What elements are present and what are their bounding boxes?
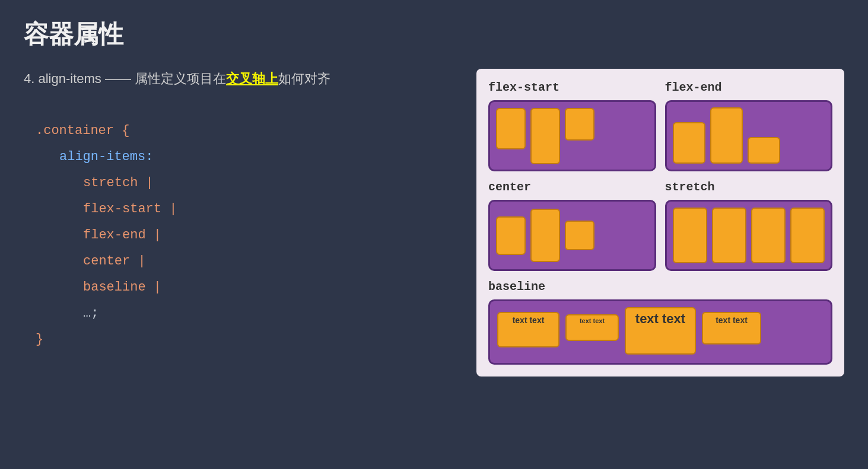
page-title: 容器属性 <box>24 18 844 51</box>
code-property: align-items: <box>59 149 153 164</box>
stretch-item-1 <box>673 208 707 263</box>
code-line-1: .container { <box>36 118 453 144</box>
flex-end-item-3 <box>748 137 780 164</box>
center-label: center <box>488 180 656 194</box>
code-value-stretch: stretch | <box>83 176 154 190</box>
code-line-7: baseline | <box>83 275 453 301</box>
description-suffix: 如何对齐 <box>278 71 330 86</box>
flex-end-box <box>665 100 833 171</box>
baseline-item-2: text text <box>565 314 619 341</box>
code-selector: .container { <box>36 123 129 138</box>
right-panel: flex-start flex-end center <box>476 69 844 377</box>
stretch-box <box>665 200 833 271</box>
stretch-item-3 <box>751 208 786 263</box>
flex-end-item-1 <box>673 122 705 164</box>
content-area: 4. align-items —— 属性定义项目在交叉轴上如何对齐 .conta… <box>24 69 844 377</box>
baseline-item-3: text text <box>625 307 696 355</box>
stretch-label: stretch <box>665 180 833 194</box>
description-highlight: 交叉轴上 <box>226 71 278 86</box>
diagram-center: center <box>488 180 656 271</box>
diagram-stretch: stretch <box>665 180 833 271</box>
code-value-flex-end: flex-end | <box>83 228 161 243</box>
flex-end-label: flex-end <box>665 81 833 94</box>
diagram-baseline: baseline text text text text text text t… <box>488 280 832 365</box>
center-item-1 <box>496 216 526 255</box>
flex-start-item-1 <box>496 108 526 149</box>
flex-end-item-2 <box>710 107 743 164</box>
code-value-center: center | <box>83 254 146 269</box>
code-line-6: center | <box>83 248 453 275</box>
code-line-3: stretch | <box>83 170 453 196</box>
description-prefix: 4. align-items —— 属性定义项目在 <box>24 71 226 86</box>
code-block: .container { align-items: stretch | flex… <box>36 118 453 353</box>
flex-start-item-2 <box>530 108 560 164</box>
diagram-flex-start: flex-start <box>488 81 656 171</box>
description: 4. align-items —— 属性定义项目在交叉轴上如何对齐 <box>24 69 453 88</box>
left-panel: 4. align-items —— 属性定义项目在交叉轴上如何对齐 .conta… <box>24 69 453 353</box>
flex-start-label: flex-start <box>488 81 656 94</box>
code-line-9: } <box>36 327 453 353</box>
code-line-8: …; <box>83 301 453 327</box>
code-line-5: flex-end | <box>83 222 453 248</box>
stretch-item-2 <box>712 208 746 263</box>
code-line-4: flex-start | <box>83 196 453 222</box>
stretch-item-4 <box>790 208 825 263</box>
flex-start-box <box>488 100 656 171</box>
baseline-label: baseline <box>488 280 832 293</box>
baseline-item-1: text text <box>497 312 559 347</box>
code-value-baseline: baseline | <box>83 280 161 295</box>
flex-start-item-3 <box>565 108 594 141</box>
baseline-box: text text text text text text text text <box>488 299 832 365</box>
baseline-item-4: text text <box>702 312 761 344</box>
code-closing-brace: } <box>36 332 43 347</box>
center-box <box>488 200 656 271</box>
center-item-3 <box>565 221 594 250</box>
code-ellipsis: …; <box>83 306 98 321</box>
code-line-2: align-items: <box>59 144 453 170</box>
diagram-flex-end: flex-end <box>665 81 833 171</box>
center-item-2 <box>530 209 560 262</box>
code-value-flex-start: flex-start | <box>83 202 177 216</box>
